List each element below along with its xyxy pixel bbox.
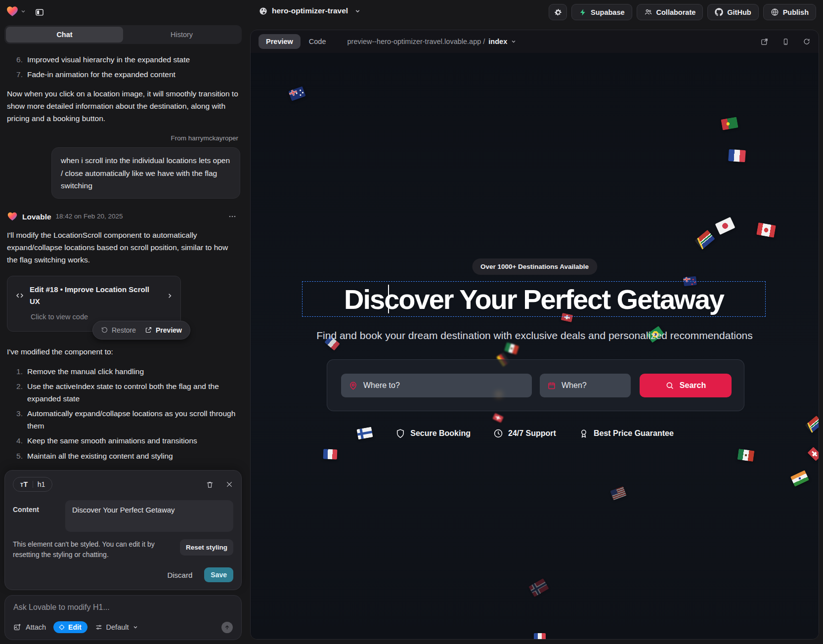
model-label: Default [106,623,129,631]
h1-selection-outline[interactable]: Discover Your Perfect Getaway [302,281,766,317]
norway-flag [529,578,549,597]
hero-subtitle: Find and book your dream destination wit… [251,330,819,342]
tab-chat[interactable]: Chat [6,27,123,43]
discard-button[interactable]: Discard [167,571,192,579]
list-text: Keep the same smooth animations and tran… [27,434,197,447]
text-caret [388,285,389,313]
india-flag [790,471,809,487]
australia-flag [289,86,306,101]
collaborate-label: Collaborate [656,8,696,16]
element-tag-chip[interactable]: TT h1 [13,477,52,492]
reset-styling-button[interactable]: Reset styling [180,539,233,556]
preview-version-button[interactable]: Preview [145,325,182,336]
project-switcher[interactable]: hero-optimizer-travel [259,6,361,15]
url-host: preview--hero-optimizer-travel.lovable.a… [347,38,485,45]
collaborate-button[interactable]: Collaborate [637,4,703,20]
hero-headline[interactable]: Discover Your Perfect Getaway [344,283,724,315]
restore-icon [101,326,108,334]
tab-history[interactable]: History [123,27,240,43]
preview-url[interactable]: preview--hero-optimizer-travel.lovable.a… [347,38,517,45]
france-flag [534,633,546,639]
delete-element-button[interactable] [206,480,214,489]
edit-card-title: Edit #18 • Improve Location Scroll UX [30,284,161,308]
lovable-logo-icon[interactable] [6,5,19,18]
tab-code[interactable]: Code [309,38,326,45]
feature-badges: Secure Booking 24/7 Support Best Price G… [251,429,819,438]
edit-version-card[interactable]: Edit #18 • Improve Location Scroll UX Cl… [7,276,181,332]
project-name: hero-optimizer-travel [272,6,348,15]
tab-preview[interactable]: Preview [259,34,301,49]
divider [33,481,33,488]
arrow-up-icon [224,624,230,631]
assistant-paragraph: I've modified the component to: [7,345,239,358]
message-author-label: From harrymckayroper [6,133,238,144]
list-text: Maintain all the existing content and st… [27,450,173,462]
code-icon [15,291,24,300]
message-menu-button[interactable] [225,213,239,220]
settings-button[interactable] [549,4,567,20]
numbered-list-steps: 1. Remove the manual click handling 2. U… [6,364,240,463]
when-input[interactable]: When? [540,374,631,397]
external-link-icon [145,326,152,334]
github-label: GitHub [727,8,751,16]
restore-button[interactable]: Restore [101,325,136,336]
top-bar: hero-optimizer-travel Supabase Collabora… [0,0,823,24]
supabase-label: Supabase [591,8,625,16]
clock-icon [493,429,503,438]
chevron-right-icon [166,292,173,300]
open-in-new-tab-button[interactable] [760,38,769,46]
calendar-icon [547,381,556,390]
list-number: 1. [12,365,23,378]
mexico-flag [737,449,754,462]
trash-icon [206,480,214,489]
edit-mode-pill[interactable]: Edit [53,621,87,633]
attach-button[interactable]: Attach [13,623,46,632]
lovable-logo-icon [7,211,18,222]
preview-toolbar: Preview Code preview--hero-optimizer-tra… [251,30,819,53]
supabase-button[interactable]: Supabase [571,4,632,20]
publish-button[interactable]: Publish [763,4,816,20]
close-editor-button[interactable] [225,480,233,489]
toggle-sidebar-button[interactable] [31,4,48,20]
composer-input[interactable] [13,603,233,612]
portugal-flag [721,117,738,130]
crosshair-icon [58,624,65,631]
list-number: 2. [12,380,23,405]
text-size-icon: TT [20,480,28,488]
image-icon [13,623,22,632]
chat-composer: Attach Edit Default [4,595,242,640]
refresh-button[interactable] [803,38,811,45]
chevron-down-icon [132,624,138,630]
list-text: Use the activeIndex state to control bot… [27,380,240,405]
list-item: 6. Improved visual hierarchy in the expa… [6,52,240,67]
chat-scroll-area[interactable]: 6. Improved visual hierarchy in the expa… [4,49,242,467]
usa-flag [610,486,626,500]
feature-support: 24/7 Support [493,429,556,438]
github-button[interactable]: GitHub [707,4,758,20]
list-item: 4. Keep the same smooth animations and t… [6,433,240,448]
preview-label: Preview [156,325,182,336]
where-to-input[interactable]: Where to? [341,374,532,397]
content-label: Content [13,500,58,532]
close-icon [225,480,233,488]
model-selector[interactable]: Default [95,623,138,631]
mobile-view-button[interactable] [782,38,789,46]
people-icon [644,8,652,16]
chevron-down-icon[interactable] [20,8,26,14]
save-button[interactable]: Save [204,567,233,582]
assistant-header: Lovable 18:42 on Feb 20, 2025 [7,211,239,223]
switzerland-flag [492,413,504,423]
south-africa-flag [694,230,715,250]
list-item: 5. Maintain all the existing content and… [6,448,240,463]
attach-label: Attach [26,623,46,631]
list-item: 2. Use the activeIndex state to control … [6,379,240,406]
search-button[interactable]: Search [640,374,732,397]
content-input[interactable]: Discover Your Perfect Getaway [65,500,233,532]
list-text: Improved visual hierarchy in the expande… [27,53,190,66]
message-timestamp: 18:42 on Feb 20, 2025 [56,211,123,222]
list-number: 6. [12,53,23,66]
location-pin-icon [348,381,358,390]
list-number: 4. [12,434,23,447]
where-placeholder: Where to? [363,381,400,390]
send-button[interactable] [221,622,233,633]
